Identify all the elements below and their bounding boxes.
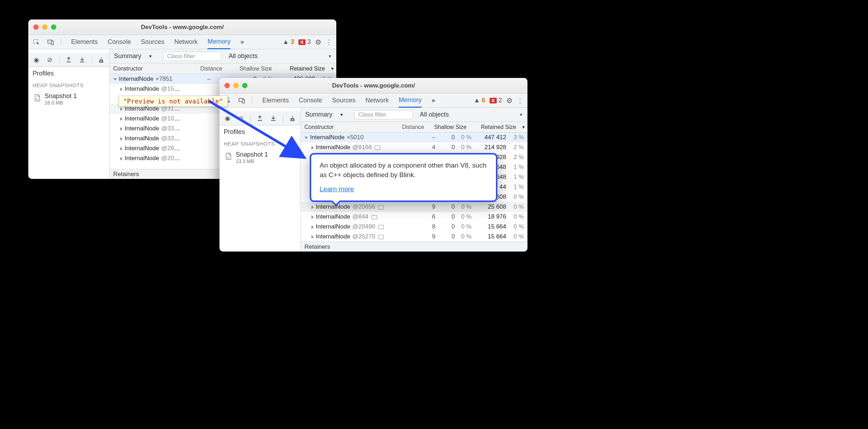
clear-icon[interactable]: ⊘: [237, 114, 244, 122]
snapshot-icon: %: [224, 152, 232, 160]
tab-memory[interactable]: Memory: [207, 35, 230, 49]
col-distance[interactable]: Distance: [190, 66, 226, 72]
settings-icon[interactable]: ⚙: [315, 38, 321, 46]
expand-caret-icon[interactable]: [120, 137, 122, 141]
minimize-icon[interactable]: [233, 83, 239, 88]
expand-caret-icon[interactable]: [120, 127, 122, 131]
clear-icon[interactable]: ⊘: [46, 56, 53, 64]
sweep-icon[interactable]: [98, 56, 105, 64]
snapshot-item[interactable]: % Snapshot 1 16.0 MB: [28, 90, 109, 108]
expand-caret-icon[interactable]: [120, 107, 122, 111]
expand-caret-icon[interactable]: [120, 88, 122, 91]
expand-caret-icon[interactable]: [120, 157, 122, 160]
tab-network[interactable]: Network: [174, 35, 198, 49]
sort-icon[interactable]: ▼: [520, 125, 527, 130]
device-icon[interactable]: [238, 97, 246, 105]
tab-sources[interactable]: Sources: [141, 35, 164, 49]
divider: [59, 56, 59, 64]
learn-more-link[interactable]: Learn more: [320, 185, 354, 193]
kebab-icon[interactable]: ⋮: [326, 38, 332, 46]
profiles-heading: Profiles: [28, 67, 109, 80]
preview-tooltip-old: "Preview is not available": [119, 96, 228, 107]
close-icon[interactable]: [224, 83, 230, 88]
col-distance[interactable]: Distance: [396, 124, 428, 130]
expand-caret-icon[interactable]: [312, 235, 314, 239]
devtools-tabs-bar: Elements Console Sources Network Memory …: [28, 35, 336, 49]
table-row[interactable]: InternalNode@25270900 %15 6640 %: [301, 232, 527, 242]
sweep-icon[interactable]: [289, 114, 296, 122]
expand-caret-icon[interactable]: [312, 146, 314, 149]
traffic-lights[interactable]: [33, 24, 56, 30]
divider: [61, 38, 61, 46]
close-icon[interactable]: [33, 24, 39, 30]
devtools-tabs-bar: Elements Console Sources Network Memory …: [219, 94, 527, 108]
profile-controls: ◉ ⊘: [219, 111, 301, 125]
more-tabs-icon[interactable]: »: [432, 97, 435, 104]
error-badge[interactable]: ✕ 2: [490, 97, 502, 104]
inspect-icon[interactable]: [33, 38, 40, 46]
sort-icon[interactable]: ▼: [329, 66, 336, 71]
tab-console[interactable]: Console: [299, 94, 322, 107]
svg-rect-2: [51, 41, 53, 45]
tab-sources[interactable]: Sources: [332, 94, 355, 107]
objects-filter-select[interactable]: All objects: [420, 111, 452, 118]
snapshot-item[interactable]: % Snapshot 1 13.3 MB: [219, 149, 301, 166]
settings-icon[interactable]: ⚙: [506, 96, 513, 105]
class-filter-input[interactable]: Class filter: [354, 110, 413, 119]
perspective-select[interactable]: Summary ▼: [305, 111, 347, 118]
table-row[interactable]: InternalNode@9166400 %214 9282 %: [301, 142, 527, 152]
tab-elements[interactable]: Elements: [262, 94, 289, 107]
col-shallow[interactable]: Shallow Size: [428, 124, 470, 130]
class-filter-input[interactable]: Class filter: [163, 52, 222, 61]
maximize-icon[interactable]: [242, 83, 247, 88]
col-constructor[interactable]: Constructor: [110, 66, 190, 72]
upload-icon[interactable]: [65, 56, 73, 64]
expand-caret-icon[interactable]: [312, 225, 314, 229]
warning-badge[interactable]: ▲ 3: [282, 38, 294, 46]
minimize-icon[interactable]: [42, 24, 47, 30]
col-shallow[interactable]: Shallow Size: [226, 66, 275, 72]
object-icon: [371, 215, 377, 219]
snapshot-label: Snapshot 1: [45, 92, 77, 100]
record-icon[interactable]: ◉: [224, 114, 231, 122]
table-row[interactable]: InternalNode@20490800 %15 6640 %: [301, 222, 527, 232]
tab-elements[interactable]: Elements: [71, 35, 98, 49]
col-retained[interactable]: Retained Size: [275, 66, 329, 72]
expand-caret-icon[interactable]: [312, 205, 314, 209]
expand-caret-icon[interactable]: [304, 137, 308, 139]
objects-filter-select[interactable]: All objects: [229, 52, 261, 60]
retainers-pane[interactable]: Retainers: [301, 242, 527, 252]
more-tabs-icon[interactable]: »: [240, 38, 244, 46]
col-constructor[interactable]: Constructor: [301, 124, 396, 130]
table-row[interactable]: InternalNode@844600 %18 9760 %: [301, 212, 527, 222]
maximize-icon[interactable]: [51, 24, 56, 30]
profiles-sidebar: ◉ ⊘ Profiles HEAP SNAPSHOTS %: [219, 108, 301, 252]
warning-badge[interactable]: ▲ 6: [474, 97, 485, 104]
device-icon[interactable]: [47, 38, 55, 46]
svg-text:%: %: [227, 156, 229, 159]
download-icon[interactable]: [78, 56, 86, 64]
tooltip-text: An object allocated by a component other…: [320, 161, 487, 180]
expand-caret-icon[interactable]: [113, 78, 117, 80]
snapshot-info: Snapshot 1 13.3 MB: [236, 151, 268, 164]
col-retained[interactable]: Retained Size: [470, 124, 520, 130]
tab-memory[interactable]: Memory: [399, 94, 422, 108]
tab-console[interactable]: Console: [108, 35, 131, 49]
upload-icon[interactable]: [256, 114, 264, 122]
kebab-icon[interactable]: ⋮: [517, 97, 523, 105]
titlebar[interactable]: DevTools - www.google.com/: [219, 78, 527, 94]
expand-caret-icon[interactable]: [120, 147, 122, 151]
tab-network[interactable]: Network: [365, 94, 389, 107]
error-badge[interactable]: ✕ 3: [298, 38, 311, 46]
dropdown-caret-icon[interactable]: ▼: [519, 112, 523, 117]
download-icon[interactable]: [269, 114, 277, 122]
expand-caret-icon[interactable]: [312, 215, 314, 219]
record-icon[interactable]: ◉: [33, 56, 40, 64]
traffic-lights[interactable]: [224, 83, 247, 88]
dropdown-caret-icon[interactable]: ▼: [328, 54, 332, 59]
perspective-select[interactable]: Summary ▼: [114, 52, 156, 60]
titlebar[interactable]: DevTools - www.google.com/: [28, 19, 336, 35]
constructor-row-parent[interactable]: InternalNode×5010 – 0 0 % 447 412 3 %: [301, 132, 527, 142]
snapshot-controls: Summary ▼ Class filter All objects ▼: [110, 49, 336, 63]
expand-caret-icon[interactable]: [120, 117, 122, 121]
